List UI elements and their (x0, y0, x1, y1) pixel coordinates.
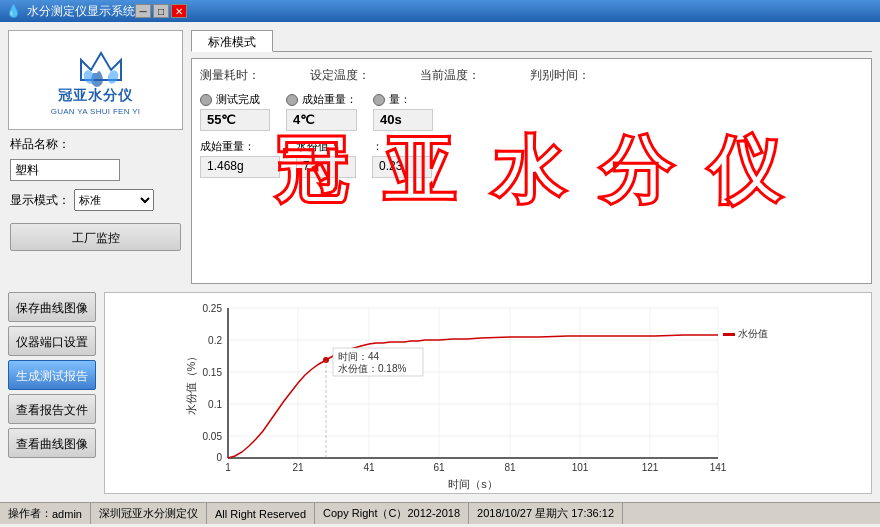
port-settings-button[interactable]: 仪器端口设置 (8, 326, 96, 356)
time-label: 测量耗时： (200, 67, 280, 84)
company-value: 深圳冠亚水分测定仪 (99, 506, 198, 521)
maximize-button[interactable]: □ (153, 4, 169, 18)
datetime-value: 2018/10/27 星期六 17:36:12 (477, 506, 614, 521)
state-light-1 (200, 94, 212, 106)
svg-text:81: 81 (504, 462, 516, 473)
svg-text:水份值（%）: 水份值（%） (185, 351, 197, 416)
svg-text:121: 121 (642, 462, 659, 473)
measure-time: 测量耗时： (200, 67, 280, 86)
temp-cur-label: 当前温度： (420, 67, 500, 84)
weight-label: 成始重量： (200, 139, 280, 154)
logo-text-en: GUAN YA SHUI FEN YI (51, 107, 141, 116)
measure-judge: 判别时间： (530, 67, 610, 86)
svg-text:101: 101 (572, 462, 589, 473)
close-button[interactable]: ✕ (171, 4, 187, 18)
tooltip-value: 水份值：0.18% (338, 363, 406, 374)
value3: 0.23 (372, 156, 432, 178)
generate-report-button[interactable]: 生成测试报告 (8, 360, 96, 390)
chart-area: 0 0.05 0.1 0.15 0.2 0.25 1 21 41 61 81 1… (104, 292, 872, 494)
bottom-area: 保存曲线图像 仪器端口设置 生成测试报告 查看报告文件 查看曲线图像 (0, 292, 880, 502)
tab-standard[interactable]: 标准模式 (191, 30, 273, 52)
rights-item: All Right Reserved (207, 503, 315, 524)
sample-name-row: 样品名称： (8, 136, 183, 153)
sample-name-label: 样品名称： (10, 136, 70, 153)
svg-text:0.25: 0.25 (203, 303, 223, 314)
svg-text:0.1: 0.1 (208, 399, 222, 410)
titlebar-title: 水分测定仪显示系统 (27, 3, 135, 20)
temp-cur-value: 4℃ (286, 109, 357, 131)
moisture-value: 7 (296, 156, 356, 178)
view-report-button[interactable]: 查看报告文件 (8, 394, 96, 424)
state-light-2 (286, 94, 298, 106)
svg-point-1 (105, 68, 119, 85)
side-buttons: 保存曲线图像 仪器端口设置 生成测试报告 查看报告文件 查看曲线图像 (8, 292, 96, 494)
judge-label: 判别时间： (530, 67, 610, 84)
titlebar-controls: ─ □ ✕ (135, 4, 187, 18)
company-item: 深圳冠亚水分测定仪 (91, 503, 207, 524)
copyright-item: Copy Right（C）2012-2018 (315, 503, 469, 524)
svg-text:21: 21 (292, 462, 304, 473)
measure-temp-cur: 当前温度： (420, 67, 500, 86)
rights-value: All Right Reserved (215, 508, 306, 520)
temp-set-value: 55℃ (200, 109, 270, 131)
logo-icon (71, 45, 121, 85)
svg-text:41: 41 (363, 462, 375, 473)
state-light-3 (373, 94, 385, 106)
operator-item: 操作者： admin (0, 503, 91, 524)
datetime-item: 2018/10/27 星期六 17:36:12 (469, 503, 623, 524)
chart-svg: 0 0.05 0.1 0.15 0.2 0.25 1 21 41 61 81 1… (105, 293, 871, 493)
factory-monitor-button[interactable]: 工厂监控 (10, 223, 181, 251)
svg-text:61: 61 (433, 462, 445, 473)
copyright-value: Copy Right（C）2012-2018 (323, 506, 460, 521)
app-icon: 💧 (6, 4, 21, 18)
state-label-2: 成始重量： (302, 92, 357, 107)
operator-value: admin (52, 508, 82, 520)
statusbar: 操作者： admin 深圳冠亚水分测定仪 All Right Reserved … (0, 502, 880, 524)
svg-rect-2 (178, 293, 798, 493)
legend-icon (723, 333, 735, 336)
operator-label: 操作者： (8, 506, 52, 521)
measure-temp-set: 设定温度： (310, 67, 390, 86)
main-window: 冠亚水分仪 GUAN YA SHUI FEN YI 样品名称： 显示模式： 标准… (0, 22, 880, 527)
svg-text:141: 141 (710, 462, 727, 473)
right-panel: 标准模式 冠 亚 水 分 仪 测量耗时： 设定温度： 当前温度： (191, 30, 872, 284)
left-panel: 冠亚水分仪 GUAN YA SHUI FEN YI 样品名称： 显示模式： 标准… (8, 30, 183, 284)
legend-label: 水份值 (738, 328, 768, 339)
value3-label: ： (372, 139, 432, 154)
save-curve-button[interactable]: 保存曲线图像 (8, 292, 96, 322)
svg-text:0.2: 0.2 (208, 335, 222, 346)
top-area: 冠亚水分仪 GUAN YA SHUI FEN YI 样品名称： 显示模式： 标准… (0, 22, 880, 292)
svg-text:0.05: 0.05 (203, 431, 223, 442)
svg-text:时间（s）: 时间（s） (448, 478, 498, 490)
weight-value: 1.468g (200, 156, 280, 178)
display-mode-label: 显示模式： (10, 192, 70, 209)
svg-text:1: 1 (225, 462, 231, 473)
state-complete-label: 测试完成 (216, 92, 260, 107)
svg-text:0: 0 (216, 452, 222, 463)
minimize-button[interactable]: ─ (135, 4, 151, 18)
display-mode-row: 显示模式： 标准 高级 (8, 189, 183, 211)
svg-text:0.15: 0.15 (203, 367, 223, 378)
state-label-3: 量： (389, 92, 411, 107)
tab-area: 标准模式 (191, 30, 872, 52)
moisture-label: 水份值： (296, 139, 356, 154)
measurement-panel: 冠 亚 水 分 仪 测量耗时： 设定温度： 当前温度： 判别时间： (191, 58, 872, 284)
view-curve-button[interactable]: 查看曲线图像 (8, 428, 96, 458)
tooltip-time: 时间：44 (338, 351, 380, 362)
judge-value: 40s (373, 109, 433, 131)
temp-set-label: 设定温度： (310, 67, 390, 84)
display-mode-select[interactable]: 标准 高级 (74, 189, 154, 211)
sample-name-input[interactable] (10, 159, 120, 181)
titlebar: 💧 水分测定仪显示系统 ─ □ ✕ (0, 0, 880, 22)
logo-area: 冠亚水分仪 GUAN YA SHUI FEN YI (8, 30, 183, 130)
